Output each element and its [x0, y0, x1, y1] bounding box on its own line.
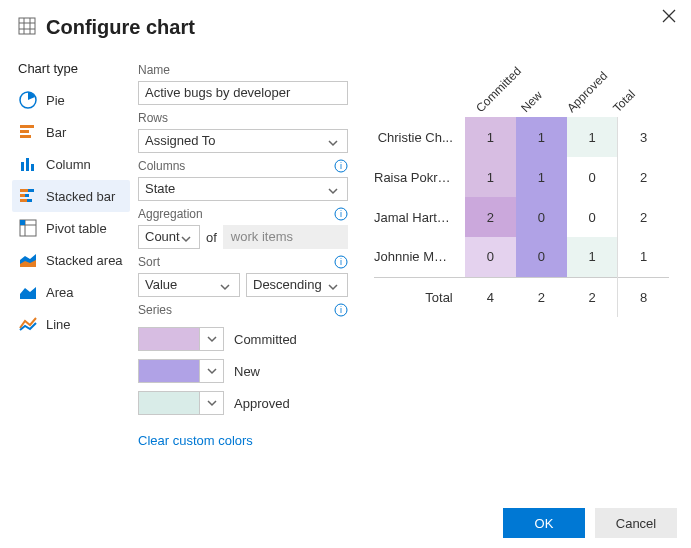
svg-rect-14 — [20, 189, 28, 192]
aggregation-select[interactable]: Count — [138, 225, 200, 249]
pivot-preview: CommittedNewApprovedTotal Christie Ch...… — [356, 57, 679, 448]
chart-type-pivot-table[interactable]: Pivot table — [12, 212, 130, 244]
svg-rect-12 — [26, 158, 29, 171]
chart-grid-icon — [18, 17, 36, 38]
pivot-cell: 1 — [465, 117, 516, 157]
chart-type-label: Pivot table — [46, 221, 107, 236]
aggregation-target: work items — [223, 225, 348, 249]
svg-rect-9 — [20, 130, 29, 133]
chart-type-label: Column — [46, 157, 91, 172]
chevron-down-icon — [327, 134, 341, 148]
info-icon[interactable]: i — [334, 207, 348, 221]
pivot-total-cell: 2 — [516, 277, 567, 317]
series-row: New — [138, 359, 348, 383]
series-label: Series — [138, 303, 172, 317]
pivot-cell: 1 — [516, 117, 567, 157]
pivot-cell: 1 — [465, 157, 516, 197]
columns-select[interactable]: State — [138, 177, 348, 201]
pivot-cell: 1 — [618, 237, 669, 277]
area-icon — [18, 282, 38, 302]
chart-type-line[interactable]: Line — [12, 308, 130, 340]
chart-type-label: Bar — [46, 125, 66, 140]
chart-type-column[interactable]: Column — [12, 148, 130, 180]
pivot-cell: 0 — [516, 237, 567, 277]
info-icon[interactable]: i — [334, 255, 348, 269]
pivot-table-icon — [18, 218, 38, 238]
dialog-title: Configure chart — [46, 16, 195, 39]
line-icon — [18, 314, 38, 334]
pivot-cell: 1 — [567, 117, 618, 157]
svg-rect-18 — [20, 199, 27, 202]
sort-field-select[interactable]: Value — [138, 273, 240, 297]
dialog-header: Configure chart — [0, 0, 691, 43]
chart-type-label: Line — [46, 317, 71, 332]
color-swatch — [139, 360, 199, 382]
svg-rect-23 — [20, 220, 25, 225]
sort-direction-select[interactable]: Descending — [246, 273, 348, 297]
sort-label: Sort — [138, 255, 160, 269]
chevron-down-icon — [199, 360, 223, 382]
chart-type-heading: Chart type — [12, 57, 130, 84]
pivot-total-label: Total — [374, 277, 465, 317]
pivot-cell: 3 — [618, 117, 669, 157]
chart-type-label: Area — [46, 285, 73, 300]
series-color-select[interactable] — [138, 359, 224, 383]
series-row: Approved — [138, 391, 348, 415]
pivot-cell: 1 — [516, 157, 567, 197]
pivot-row: Raisa Pokro...1102 — [374, 157, 669, 197]
series-row: Committed — [138, 327, 348, 351]
pivot-cell: 2 — [465, 197, 516, 237]
pivot-total-cell: 2 — [567, 277, 618, 317]
aggregation-of-label: of — [206, 230, 217, 245]
chevron-down-icon — [219, 278, 233, 292]
chevron-down-icon — [327, 278, 341, 292]
rows-select[interactable]: Assigned To — [138, 129, 348, 153]
svg-rect-13 — [31, 164, 34, 171]
close-button[interactable] — [659, 6, 679, 26]
chart-type-pie[interactable]: Pie — [12, 84, 130, 116]
series-color-select[interactable] — [138, 327, 224, 351]
pivot-cell: 2 — [618, 197, 669, 237]
series-color-select[interactable] — [138, 391, 224, 415]
svg-rect-17 — [25, 194, 29, 197]
pivot-row: Johnnie McL...0011 — [374, 237, 669, 277]
pivot-column-header: New — [518, 88, 545, 115]
info-icon[interactable]: i — [334, 303, 348, 317]
svg-text:i: i — [340, 209, 342, 219]
chevron-down-icon — [180, 230, 193, 244]
chart-type-list: Chart type Pie Bar Column Stacked bar Pi… — [12, 57, 130, 448]
pivot-cell: 0 — [567, 197, 618, 237]
chart-type-bar[interactable]: Bar — [12, 116, 130, 148]
ok-button[interactable]: OK — [503, 508, 585, 538]
svg-text:i: i — [340, 161, 342, 171]
color-swatch — [139, 328, 199, 350]
column-icon — [18, 154, 38, 174]
chevron-down-icon — [199, 392, 223, 414]
stacked-area-icon — [18, 250, 38, 270]
chevron-down-icon — [199, 328, 223, 350]
svg-text:i: i — [340, 257, 342, 267]
chart-type-stacked-area[interactable]: Stacked area — [12, 244, 130, 276]
cancel-button[interactable]: Cancel — [595, 508, 677, 538]
pivot-row-label: Christie Ch... — [374, 117, 465, 157]
aggregation-label: Aggregation — [138, 207, 203, 221]
name-input[interactable]: Active bugs by developer — [138, 81, 348, 105]
info-icon[interactable]: i — [334, 159, 348, 173]
pivot-cell: 0 — [465, 237, 516, 277]
pivot-total-row: Total4228 — [374, 277, 669, 317]
chart-type-area[interactable]: Area — [12, 276, 130, 308]
name-label: Name — [138, 63, 170, 77]
pivot-cell: 0 — [516, 197, 567, 237]
color-swatch — [139, 392, 199, 414]
svg-rect-16 — [20, 194, 25, 197]
svg-rect-2 — [19, 18, 35, 34]
chart-type-label: Pie — [46, 93, 65, 108]
clear-custom-colors-link[interactable]: Clear custom colors — [138, 433, 253, 448]
chart-type-label: Stacked bar — [46, 189, 115, 204]
stacked-bar-icon — [18, 186, 38, 206]
chart-type-stacked-bar[interactable]: Stacked bar — [12, 180, 130, 212]
series-name: Approved — [234, 396, 290, 411]
chevron-down-icon — [327, 182, 341, 196]
pivot-total-cell: 8 — [618, 277, 669, 317]
bar-icon — [18, 122, 38, 142]
